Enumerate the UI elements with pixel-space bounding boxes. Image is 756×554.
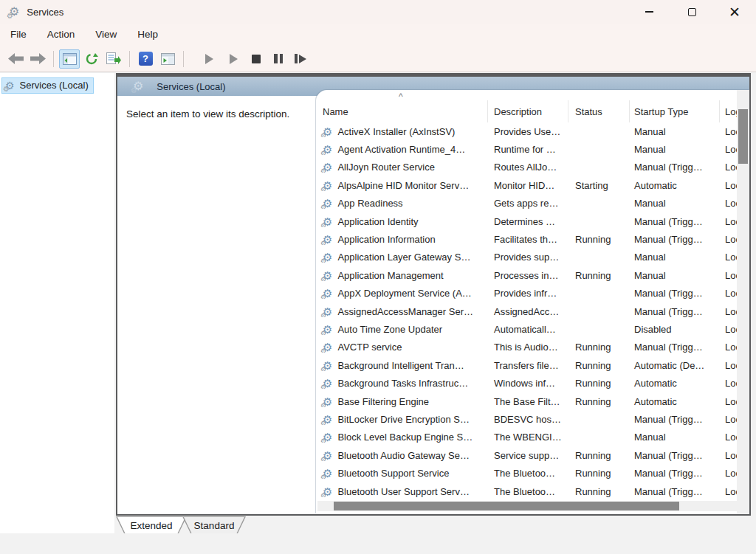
service-description: Processes in… (488, 270, 568, 281)
table-row[interactable]: ⚙⚙ Bluetooth Support Service The Bluetoo… (316, 464, 737, 482)
table-row[interactable]: ⚙⚙ Background Tasks Infrastruc… Windows … (316, 374, 737, 392)
service-startup-type: Manual (630, 252, 720, 263)
table-row[interactable]: ⚙⚙ Application Identity Determines … Man… (316, 212, 737, 230)
service-startup-type: Manual (Trigg… (630, 414, 720, 425)
service-startup-type: Manual (Trigg… (630, 486, 720, 497)
title-bar: ⚙⚙ Services ✕ (0, 0, 756, 24)
service-gear-icon: ⚙⚙ (323, 216, 332, 227)
pause-service-button[interactable] (268, 49, 289, 69)
close-icon: ✕ (729, 5, 740, 19)
service-description: This is Audio… (488, 342, 568, 353)
service-gear-icon: ⚙⚙ (323, 252, 332, 263)
table-row[interactable]: ⚙⚙ AppX Deployment Service (A… Provides … (316, 285, 737, 302)
column-header-startup-type[interactable]: Startup Type (630, 100, 720, 122)
refresh-button[interactable] (81, 49, 102, 69)
service-name: Application Identity (337, 216, 418, 227)
back-button[interactable] (5, 49, 26, 69)
table-row[interactable]: ⚙⚙ Application Information Facilitates t… (316, 230, 737, 248)
export-list-button[interactable] (103, 49, 124, 69)
table-row[interactable]: ⚙⚙ Background Intelligent Tran… Transfer… (316, 356, 737, 374)
service-gear-icon: ⚙⚙ (323, 306, 332, 317)
table-row[interactable]: ⚙⚙ Application Layer Gateway S… Provides… (316, 249, 737, 266)
service-log-on-as: Loc (720, 162, 737, 173)
close-button[interactable]: ✕ (713, 0, 756, 24)
resume-service-button[interactable] (223, 49, 244, 69)
service-startup-type: Manual (630, 144, 720, 155)
service-log-on-as: Loc (720, 486, 737, 497)
back-arrow-icon (8, 53, 24, 64)
table-row[interactable]: ⚙⚙ Block Level Backup Engine S… The WBEN… (316, 429, 737, 446)
service-description: Gets apps re… (488, 198, 568, 209)
sidebar-item-services-local[interactable]: ⚙⚙ Services (Local) (1, 77, 94, 94)
service-description: The WBENGI… (488, 432, 568, 443)
service-name: Agent Activation Runtime_4… (337, 144, 465, 155)
show-hide-console-tree-button[interactable] (59, 49, 80, 69)
table-row[interactable]: ⚙⚙ AVCTP service This is Audio… Running … (316, 339, 737, 356)
description-hint: Select an item to view its description. (117, 96, 316, 120)
service-startup-type: Automatic (630, 180, 720, 191)
service-status: Running (568, 450, 630, 461)
vertical-scrollbar[interactable] (737, 90, 749, 514)
horizontal-scrollbar[interactable] (317, 501, 737, 511)
stop-service-button[interactable] (246, 49, 267, 69)
service-startup-type: Manual (630, 270, 720, 281)
service-log-on-as: Loc (720, 396, 737, 407)
service-log-on-as: Loc (720, 432, 737, 443)
minimize-button[interactable] (628, 0, 670, 24)
table-row[interactable]: ⚙⚙ BitLocker Drive Encryption S… BDESVC … (316, 410, 737, 428)
table-row[interactable]: ⚙⚙ AssignedAccessManager Ser… AssignedAc… (316, 302, 737, 320)
table-row[interactable]: ⚙⚙ ActiveX Installer (AxInstSV) Provides… (316, 122, 737, 140)
vertical-scrollbar-thumb[interactable] (738, 109, 748, 164)
service-log-on-as: Loc (720, 450, 737, 461)
service-name: Application Management (337, 270, 443, 281)
table-row[interactable]: ⚙⚙ AllJoyn Router Service Routes AllJo… … (316, 159, 737, 176)
start-service-button[interactable] (199, 49, 219, 69)
table-row[interactable]: ⚙⚙ Application Management Processes in… … (316, 266, 737, 284)
show-hide-action-pane-button[interactable] (157, 49, 178, 69)
service-gear-icon: ⚙⚙ (323, 396, 332, 407)
column-header-name[interactable]: Name (316, 100, 488, 122)
toolbar-separator (183, 51, 184, 67)
table-row[interactable]: ⚙⚙ Auto Time Zone Updater Automaticall… … (316, 320, 737, 338)
service-status: Running (568, 468, 630, 479)
service-description: The Base Filt… (488, 396, 568, 407)
menu-action[interactable]: Action (43, 24, 86, 45)
service-startup-type: Manual (Trigg… (630, 288, 720, 299)
table-row[interactable]: ⚙⚙ Agent Activation Runtime_4… Runtime f… (316, 140, 737, 158)
table-row[interactable]: ⚙⚙ Base Filtering Engine The Base Filt… … (316, 392, 737, 410)
column-header-description[interactable]: Description (488, 100, 568, 122)
service-gear-icon: ⚙⚙ (323, 450, 332, 461)
service-log-on-as: Loc (720, 270, 737, 281)
service-log-on-as: Loc (720, 180, 737, 191)
horizontal-scrollbar-thumb[interactable] (334, 502, 679, 510)
menu-file[interactable]: File (6, 24, 37, 45)
help-button[interactable]: ? (135, 49, 156, 69)
table-row[interactable]: ⚙⚙ Bluetooth Audio Gateway Se… Service s… (316, 446, 737, 464)
tab-extended[interactable]: Extended (116, 516, 187, 535)
service-log-on-as: Loc (720, 306, 737, 317)
service-name: Bluetooth Support Service (337, 468, 449, 479)
menu-help[interactable]: Help (133, 24, 168, 45)
service-status: Running (568, 234, 630, 245)
service-gear-icon: ⚙⚙ (323, 162, 332, 173)
tab-standard[interactable]: Standard (182, 516, 246, 535)
service-name: AppX Deployment Service (A… (337, 288, 471, 299)
table-row[interactable]: ⚙⚙ AlpsAlpine HID Monitor Serv… Monitor … (316, 176, 737, 194)
description-area: Select an item to view its description. (117, 96, 316, 514)
maximize-button[interactable] (670, 0, 713, 24)
restart-service-button[interactable] (290, 49, 311, 69)
service-startup-type: Manual (Trigg… (630, 468, 720, 479)
service-startup-type: Automatic (630, 396, 720, 407)
table-row[interactable]: ⚙⚙ App Readiness Gets apps re… Manual Lo… (316, 195, 737, 212)
table-row[interactable]: ⚙⚙ Bluetooth User Support Serv… The Blue… (316, 482, 737, 500)
service-startup-type: Manual (Trigg… (630, 306, 720, 317)
column-header-status[interactable]: Status (568, 100, 630, 122)
services-gear-icon: ⚙⚙ (5, 80, 15, 91)
menu-view[interactable]: View (91, 24, 127, 45)
service-log-on-as: Loc (720, 144, 737, 155)
forward-button[interactable] (27, 49, 48, 69)
service-gear-icon: ⚙⚙ (323, 432, 332, 443)
service-name: Background Tasks Infrastruc… (337, 378, 468, 389)
sort-ascending-icon: ^ (399, 91, 403, 102)
service-log-on-as: Loc (720, 342, 737, 353)
